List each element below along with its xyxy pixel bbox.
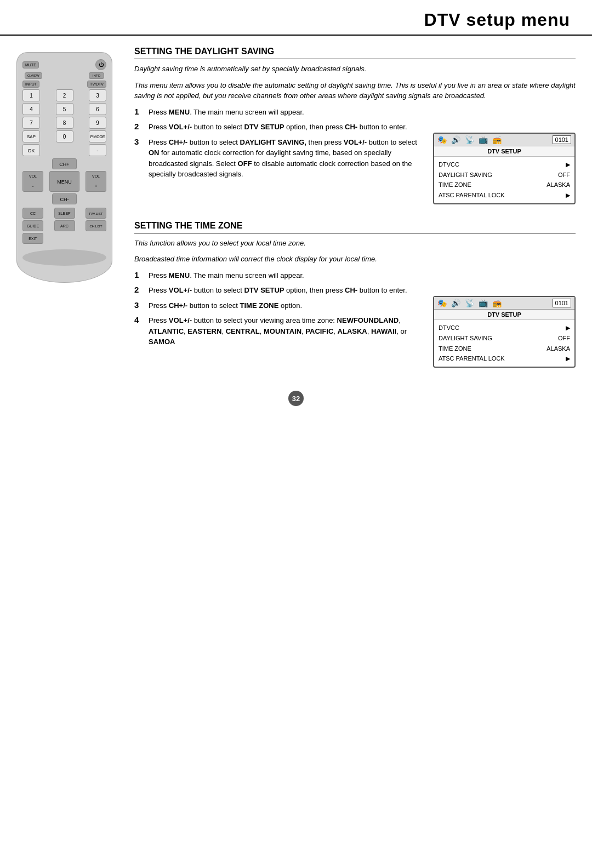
- input-button[interactable]: INPUT: [22, 81, 39, 88]
- screen1-label: 0101: [553, 135, 571, 144]
- dash-button[interactable]: -: [89, 144, 106, 156]
- screen2-icon3: 📡: [465, 299, 474, 307]
- section2-intro1: This function allows you to select your …: [134, 238, 576, 249]
- num0-button[interactable]: 0: [56, 130, 73, 142]
- dtv-screen1: 🎭 🔊 📡 📺 📻 0101 DTV SETUP DTVCC: [433, 133, 576, 204]
- exit-button[interactable]: EXIT: [22, 233, 43, 244]
- screen1-menu-items: DTVCC ▶ DAYLIGHT SAVING OFF TIME ZONE AL…: [434, 157, 574, 203]
- cc-button[interactable]: CC: [22, 208, 43, 219]
- section1-step3: 3 Press CH+/- button to select DAYLIGHT …: [134, 137, 424, 180]
- remote-control: MUTE ⏻ Q.VIEW INFO INPUT TV/DTV 1 2 3: [16, 52, 112, 283]
- chplus-button[interactable]: CH+: [52, 158, 77, 169]
- section1-screen: 🎭 🔊 📡 📺 📻 0101 DTV SETUP DTVCC: [433, 122, 576, 204]
- screen1-icon4: 📺: [479, 135, 488, 144]
- pmode-button[interactable]: P.MODE: [89, 130, 106, 142]
- screen2-item3: TIME ZONE ALASKA: [439, 344, 570, 354]
- main-content: MUTE ⏻ Q.VIEW INFO INPUT TV/DTV 1 2 3: [0, 47, 592, 374]
- page-footer: 32: [0, 385, 592, 412]
- num5-button[interactable]: 5: [56, 103, 73, 115]
- screen1-icon1: 🎭: [437, 135, 447, 144]
- section2-screen: 🎭 🔊 📡 📺 📻 0101 DTV SETUP DTVCC: [433, 285, 576, 368]
- remote-arc: [22, 249, 106, 266]
- page-number: 32: [288, 391, 304, 406]
- tvdtv-button[interactable]: TV/DTV: [87, 81, 106, 88]
- ok-button[interactable]: OK: [22, 144, 40, 156]
- screen2-menu-title: DTV SETUP: [434, 310, 574, 320]
- sap-button[interactable]: SAP: [22, 130, 40, 142]
- num3-button[interactable]: 3: [89, 89, 106, 101]
- sleep-button[interactable]: SLEEP: [54, 208, 75, 219]
- screen1-item4: ATSC PARENTAL LOCK ▶: [439, 190, 570, 201]
- menu-button[interactable]: MENU: [49, 171, 79, 192]
- section1-title: SETTING THE DAYLIGHT SAVING: [134, 47, 576, 59]
- section1: SETTING THE DAYLIGHT SAVING Daylight sav…: [134, 47, 576, 211]
- num2-button[interactable]: 2: [56, 89, 73, 101]
- section2-intro2: Broadcasted time information will correc…: [134, 254, 576, 265]
- qview-button[interactable]: Q.VIEW: [25, 72, 42, 79]
- vol-button[interactable]: VOL -: [22, 171, 43, 192]
- screen1-item1: DTVCC ▶: [439, 159, 570, 170]
- section2-step4: 4 Press VOL+/- button to select your vie…: [134, 315, 424, 347]
- section1-intro2: This menu item allows you to disable the…: [134, 80, 576, 101]
- dtv-screen2: 🎭 🔊 📡 📺 📻 0101 DTV SETUP DTVCC: [433, 296, 576, 368]
- section2-steps-with-screen: 2 Press VOL+/- button to select DTV SETU…: [134, 285, 576, 368]
- screen1-icon5: 📻: [492, 135, 502, 144]
- section1-steps-with-screen: 2 Press VOL+/- button to select DTV SETU…: [134, 122, 576, 204]
- guide-button[interactable]: GUIDE: [22, 220, 43, 231]
- screen1-icon3: 📡: [465, 135, 474, 144]
- section1-step2: 2 Press VOL+/- button to select DTV SETU…: [134, 122, 424, 133]
- section1-intro1: Daylight saving time is automatically se…: [134, 64, 576, 75]
- screen2-label: 0101: [553, 299, 571, 307]
- section2: SETTING THE TIME ZONE This function allo…: [134, 221, 576, 374]
- mute-button[interactable]: MUTE: [22, 61, 39, 68]
- page-header: DTV setup menu: [0, 0, 592, 36]
- screen2-item4: ATSC PARENTAL LOCK ▶: [439, 353, 570, 364]
- page-title: DTV setup menu: [22, 10, 570, 30]
- screen1-menu-title: DTV SETUP: [434, 146, 574, 157]
- screen1-item2: DAYLIGHT SAVING OFF: [439, 170, 570, 180]
- section2-step2: 2 Press VOL+/- button to select DTV SETU…: [134, 285, 424, 296]
- vol-plus-button[interactable]: VOL +: [86, 171, 106, 192]
- screen1-item3: TIME ZONE ALASKA: [439, 180, 570, 190]
- content-column: SETTING THE DAYLIGHT SAVING Daylight sav…: [134, 47, 576, 374]
- info-button[interactable]: INFO: [89, 72, 104, 79]
- screen2-item1: DTVCC ▶: [439, 323, 570, 333]
- screen2-item2: DAYLIGHT SAVING OFF: [439, 333, 570, 344]
- arc-button[interactable]: ARC: [54, 220, 75, 231]
- num4-button[interactable]: 4: [22, 103, 40, 115]
- chminus-button[interactable]: CH-: [52, 193, 77, 204]
- num9-button[interactable]: 9: [89, 117, 106, 129]
- screen1-icon2: 🔊: [451, 135, 460, 144]
- favlist-button[interactable]: FAV.LIST: [86, 208, 106, 219]
- screen2-icon1: 🎭: [437, 299, 447, 307]
- screen2-icon4: 📺: [479, 299, 488, 307]
- chlist-button[interactable]: CH.LIST: [86, 220, 106, 231]
- num6-button[interactable]: 6: [89, 103, 106, 115]
- screen2-icon5: 📻: [492, 299, 502, 307]
- section1-step1: 1 Press MENU. The main menu screen will …: [134, 107, 576, 118]
- num7-button[interactable]: 7: [22, 117, 40, 129]
- section2-step1: 1 Press MENU. The main menu screen will …: [134, 270, 576, 281]
- power-button[interactable]: ⏻: [95, 59, 106, 70]
- power-icon: ⏻: [99, 62, 104, 67]
- section2-title: SETTING THE TIME ZONE: [134, 221, 576, 233]
- screen2-icon2: 🔊: [451, 299, 460, 307]
- remote-column: MUTE ⏻ Q.VIEW INFO INPUT TV/DTV 1 2 3: [16, 47, 123, 374]
- screen2-menu-items: DTVCC ▶ DAYLIGHT SAVING OFF TIME ZONE AL…: [434, 320, 574, 367]
- section2-step3: 3 Press CH+/- button to select TIME ZONE…: [134, 300, 424, 311]
- num8-button[interactable]: 8: [56, 117, 73, 129]
- num1-button[interactable]: 1: [22, 89, 40, 101]
